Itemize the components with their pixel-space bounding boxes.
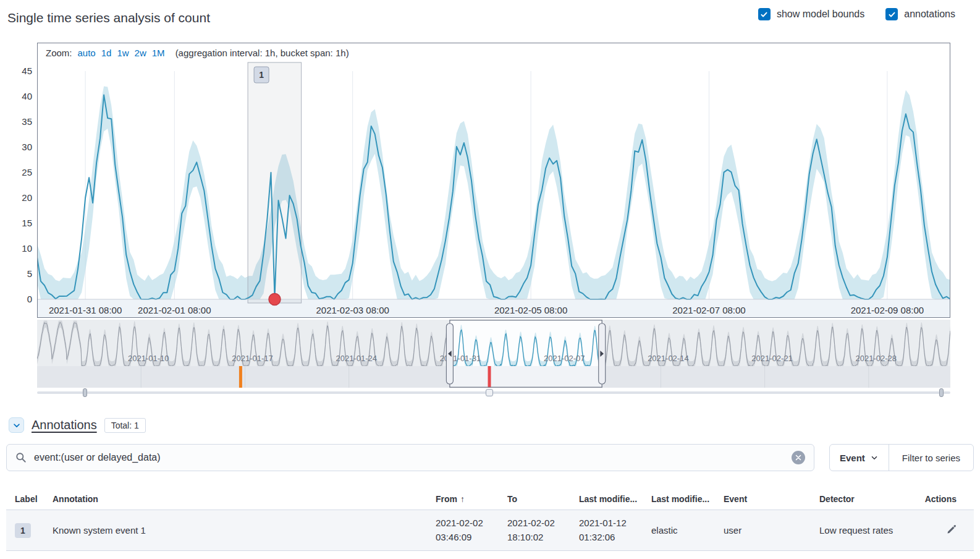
edit-annotation-icon[interactable] [946, 524, 957, 535]
filter-to-series-label: Filter to series [902, 453, 960, 463]
annotations-table: Label Annotation From↑ To Last modifie..… [6, 491, 974, 551]
y-tick-label: 0 [27, 294, 32, 304]
chart-controls: show model bounds annotations [758, 8, 955, 20]
y-tick-label: 45 [22, 66, 32, 76]
y-tick-label: 5 [27, 268, 32, 279]
scrollbar-track[interactable] [37, 391, 950, 394]
header-from[interactable]: From↑ [436, 494, 507, 504]
scrollbar-left-handle[interactable] [83, 388, 87, 397]
annotations-search[interactable] [6, 444, 814, 471]
y-tick-label: 10 [22, 243, 32, 254]
checkbox-label: show model bounds [777, 9, 864, 20]
context-tick-label: 2021-01-10 [128, 354, 169, 363]
event-filter-label: Event [840, 453, 865, 463]
annotations-toolbar: Event Filter to series [6, 444, 974, 471]
y-tick-label: 35 [22, 116, 32, 127]
context-tick-label: 2021-02-07 [544, 354, 585, 363]
context-tick-label: 2021-01-24 [336, 354, 377, 363]
zoom-1w-link[interactable]: 1w [117, 48, 129, 58]
table-header-row: Label Annotation From↑ To Last modifie..… [6, 491, 974, 510]
x-tick-label: 2021-01-31 08:00 [48, 305, 121, 315]
context-tick-label: 2021-01-31 [440, 354, 481, 363]
context-tick-label: 2021-02-21 [751, 354, 793, 363]
annotations-checkbox[interactable]: annotations [885, 8, 955, 20]
context-anomaly-tick [488, 366, 491, 388]
focus-chart[interactable]: 12021-01-31 08:002021-02-01 08:002021-02… [37, 43, 950, 317]
cell-to: 2021-02-02 18:10:02 [507, 516, 579, 544]
zoom-label: Zoom: [46, 48, 72, 58]
selection-right-handle[interactable] [599, 323, 606, 384]
scrollbar-annotation-handle[interactable] [486, 389, 493, 396]
header-last-modified[interactable]: Last modifie... [579, 494, 651, 504]
anomaly-marker[interactable] [269, 293, 281, 305]
chevron-down-icon [12, 421, 21, 430]
sort-asc-icon: ↑ [460, 494, 465, 504]
cell-last-modified-by: elastic [651, 525, 724, 536]
svg-text:1: 1 [259, 70, 264, 80]
annotation-band-label[interactable]: 1 [254, 67, 269, 83]
zoom-auto-link[interactable]: auto [78, 48, 96, 58]
header-last-modified-by[interactable]: Last modifie... [651, 494, 724, 504]
header-detector[interactable]: Detector [819, 494, 921, 504]
y-tick-label: 15 [22, 218, 32, 228]
header-event[interactable]: Event [724, 494, 819, 504]
header-label[interactable]: Label [6, 494, 53, 504]
checkbox-checked-icon[interactable] [758, 8, 771, 20]
show-model-bounds-checkbox[interactable]: show model bounds [758, 8, 864, 20]
x-tick-label: 2021-02-05 08:00 [494, 305, 567, 315]
collapse-section-button[interactable] [9, 417, 24, 433]
annotation-band[interactable] [248, 62, 302, 303]
header-annotation[interactable]: Annotation [53, 494, 436, 504]
cell-actions [921, 524, 974, 537]
cell-label: 1 [6, 523, 53, 538]
header-from-label: From [436, 494, 457, 504]
cell-event: user [724, 525, 819, 536]
cell-from: 2021-02-02 03:46:09 [436, 516, 507, 544]
timeline-scrollbar[interactable] [37, 388, 950, 398]
x-tick-label: 2021-02-03 08:00 [316, 305, 389, 315]
checkbox-checked-icon[interactable] [885, 8, 898, 20]
zoom-controls: Zoom: auto 1d 1w 2w 1M (aggregation inte… [46, 48, 349, 58]
annotations-filter-group: Event Filter to series [829, 444, 974, 471]
focus-chart-panel: Zoom: auto 1d 1w 2w 1M (aggregation inte… [37, 43, 950, 318]
scrollbar-right-handle[interactable] [939, 388, 944, 397]
annotation-label-badge: 1 [15, 523, 31, 538]
chevron-down-icon [870, 453, 879, 462]
context-chart[interactable]: 2021-01-102021-01-172021-01-242021-01-31… [37, 320, 950, 388]
x-tick-label: 2021-02-09 08:00 [850, 305, 923, 315]
cell-detector: Low request rates [819, 525, 921, 536]
search-icon [15, 452, 27, 463]
aggregation-note: (aggregation interval: 1h, bucket span: … [175, 48, 349, 58]
search-input[interactable] [33, 451, 785, 464]
header-to[interactable]: To [507, 494, 579, 504]
context-anomaly-tick [239, 366, 242, 388]
zoom-1M-link[interactable]: 1M [152, 48, 165, 58]
checkbox-label: annotations [904, 9, 955, 20]
annotations-section-header: Annotations Total: 1 [9, 417, 146, 433]
table-row: 1 Known system event 1 2021-02-02 03:46:… [6, 510, 974, 551]
y-tick-label: 40 [22, 91, 32, 101]
y-tick-label: 30 [22, 142, 32, 152]
x-tick-label: 2021-02-01 08:00 [138, 305, 211, 315]
header-actions: Actions [921, 494, 974, 504]
selection-left-handle[interactable] [446, 323, 453, 384]
clear-search-icon[interactable] [792, 451, 805, 464]
cell-last-modified: 2021-01-12 01:32:06 [579, 516, 651, 544]
x-tick-label: 2021-02-07 08:00 [672, 305, 745, 315]
context-tick-label: 2021-02-14 [648, 354, 689, 363]
context-tick-label: 2021-01-17 [232, 354, 273, 363]
filter-to-series-button[interactable]: Filter to series [889, 445, 973, 471]
cell-annotation: Known system event 1 [53, 525, 436, 536]
single-metric-viewer: Single time series analysis of count sho… [0, 0, 980, 559]
y-tick-label: 25 [22, 167, 32, 177]
zoom-2w-link[interactable]: 2w [135, 48, 146, 58]
annotations-section-title: Annotations [32, 418, 97, 432]
page-title: Single time series analysis of count [7, 11, 210, 25]
y-axis: 051015202530354045 [0, 43, 32, 317]
y-tick-label: 20 [22, 192, 32, 203]
context-tick-label: 2021-02-28 [856, 354, 897, 363]
zoom-1d-link[interactable]: 1d [101, 48, 112, 58]
annotations-total-badge: Total: 1 [104, 418, 146, 433]
event-filter-button[interactable]: Event [830, 445, 889, 471]
